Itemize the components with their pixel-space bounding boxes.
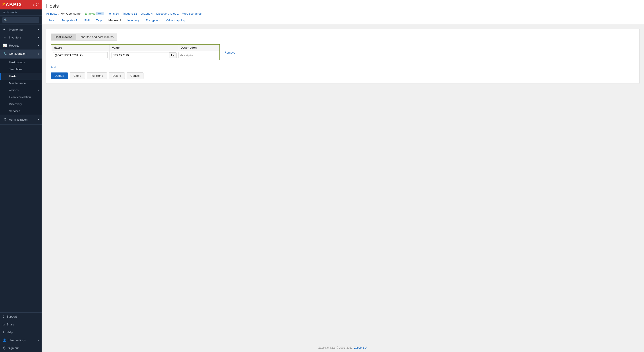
sidebar-item-help[interactable]: ? Help xyxy=(0,328,42,336)
user-settings-icon: 👤 xyxy=(3,338,6,342)
reports-icon: 📊 xyxy=(3,44,7,48)
monitoring-arrow: ▾ xyxy=(38,28,39,31)
tab-encryption[interactable]: Encryption xyxy=(142,17,162,24)
clone-button[interactable]: Clone xyxy=(70,73,85,79)
page-header: Hosts All hosts / My_Opensearch Enabled … xyxy=(42,0,644,24)
breadcrumb-row: All hosts / My_Opensearch Enabled ZBX It… xyxy=(46,12,640,15)
full-clone-button[interactable]: Full clone xyxy=(87,73,107,79)
action-buttons: Update Clone Full clone Delete Cancel xyxy=(51,73,635,79)
configuration-arrow: ▴ xyxy=(38,53,39,55)
main-nav: 👁 Monitoring ▾ ≡ Inventory ▾ 📊 Reports ▾… xyxy=(0,25,42,59)
value-type-button[interactable]: T ▾ xyxy=(169,53,176,58)
tab-inventory[interactable]: Inventory xyxy=(124,17,142,24)
instance-name: zabbix-redis xyxy=(0,10,42,16)
tab-tags[interactable]: Tags xyxy=(93,17,105,24)
discovery-rules-link[interactable]: Discovery rules 1 xyxy=(156,12,179,15)
value-input[interactable] xyxy=(112,52,169,58)
fullscreen-icon[interactable]: ⛶ xyxy=(36,3,39,7)
share-icon: □ xyxy=(3,323,4,326)
sidebar-item-user-settings[interactable]: 👤 User settings ▾ xyxy=(0,336,42,344)
content-area: Host macros Inherited and host macros Ma… xyxy=(42,24,644,343)
sidebar-item-share[interactable]: □ Share xyxy=(0,320,42,328)
macro-table: Macro Value Description T ▾ xyxy=(51,44,220,60)
tab-ipmi[interactable]: IPMI xyxy=(80,17,93,24)
sidebar-item-templates[interactable]: Templates xyxy=(0,66,42,73)
update-button[interactable]: Update xyxy=(51,73,68,79)
sidebar-item-support[interactable]: ? Support xyxy=(0,313,42,320)
breadcrumb-current-host: My_Opensearch xyxy=(61,12,82,15)
collapse-icon[interactable]: « xyxy=(32,3,34,7)
sign-out-icon: ⏻ xyxy=(3,346,6,350)
macros-card: Host macros Inherited and host macros Ma… xyxy=(46,29,640,84)
inventory-icon: ≡ xyxy=(3,36,7,39)
administration-icon: ⚙ xyxy=(3,118,7,122)
tab-macros[interactable]: Macros 1 xyxy=(105,17,124,24)
monitoring-icon: 👁 xyxy=(3,28,7,32)
macro-cell-description xyxy=(178,53,220,58)
remove-link[interactable]: Remove xyxy=(224,51,235,54)
sidebar-item-discovery[interactable]: Discovery xyxy=(0,101,42,108)
search-input[interactable] xyxy=(2,17,39,23)
macro-col-header-value: Value xyxy=(110,45,178,51)
items-link[interactable]: Items 24 xyxy=(108,12,119,15)
delete-button[interactable]: Delete xyxy=(109,73,125,79)
macro-tab-inherited[interactable]: Inherited and host macros xyxy=(76,34,118,41)
sidebar-controls: « ⛶ xyxy=(32,3,39,7)
macro-tab-host[interactable]: Host macros xyxy=(51,34,76,41)
configuration-icon: 🔧 xyxy=(3,52,7,56)
sidebar-item-configuration[interactable]: 🔧 Configuration ▴ xyxy=(0,50,42,58)
web-scenarios-link[interactable]: Web scenarios xyxy=(182,12,202,15)
macro-col-header-macro: Macro xyxy=(51,45,110,51)
administration-label: Administration xyxy=(9,118,28,121)
tab-host[interactable]: Host xyxy=(46,17,58,24)
search-box[interactable]: 🔍 xyxy=(0,16,42,25)
sidebar-item-administration[interactable]: ⚙ Administration ▾ xyxy=(0,116,42,124)
description-input[interactable] xyxy=(178,53,220,58)
footer: Zabbix 5.4.12. © 2001–2022, Zabbix SIA xyxy=(42,343,644,352)
sidebar-item-monitoring[interactable]: 👁 Monitoring ▾ xyxy=(0,26,42,34)
sidebar-item-inventory[interactable]: ≡ Inventory ▾ xyxy=(0,34,42,42)
sidebar-item-actions[interactable]: Actions› xyxy=(0,87,42,94)
user-settings-arrow: ▾ xyxy=(38,339,39,341)
macro-tabs: Host macros Inherited and host macros xyxy=(51,34,635,41)
macro-cell-value: T ▾ xyxy=(110,51,178,60)
macro-input[interactable] xyxy=(53,52,108,58)
main-content: Hosts All hosts / My_Opensearch Enabled … xyxy=(42,0,644,352)
macro-cell-macro xyxy=(51,51,110,60)
footer-link[interactable]: Zabbix SIA xyxy=(354,346,367,349)
add-link[interactable]: Add xyxy=(51,66,56,69)
sidebar-item-maintenance[interactable]: Maintenance xyxy=(0,80,42,87)
sidebar-header: ZABBIX « ⛶ xyxy=(0,0,42,10)
sidebar-item-services[interactable]: Services xyxy=(0,108,42,115)
admin-nav: ⚙ Administration ▾ xyxy=(0,115,42,125)
inventory-arrow: ▾ xyxy=(38,36,39,39)
zabbix-logo: ZABBIX xyxy=(2,2,22,8)
help-icon: ? xyxy=(3,331,4,334)
sidebar-item-event-correlation[interactable]: Event correlation xyxy=(0,94,42,101)
sidebar-item-hosts[interactable]: Hosts xyxy=(0,73,42,80)
sidebar-item-sign-out[interactable]: ⏻ Sign out xyxy=(0,344,42,352)
breadcrumb-separator: / xyxy=(58,12,59,15)
zbx-badge: ZBX xyxy=(96,12,104,15)
table-row: T ▾ xyxy=(51,51,220,60)
sidebar-item-reports[interactable]: 📊 Reports ▾ xyxy=(0,42,42,50)
reports-arrow: ▾ xyxy=(38,44,39,47)
page-title: Hosts xyxy=(46,3,640,9)
sidebar-item-host-groups[interactable]: Host groups xyxy=(0,59,42,66)
inventory-label: Inventory xyxy=(9,36,21,39)
sidebar-bottom: ? Support □ Share ? Help 👤 User settings… xyxy=(0,312,42,352)
enabled-badge: Enabled xyxy=(85,12,96,15)
macro-col-header-description: Description xyxy=(178,45,220,51)
sub-tabs: Host Templates 1 IPMI Tags Macros 1 Inve… xyxy=(46,17,640,24)
graphs-link[interactable]: Graphs 4 xyxy=(140,12,152,15)
cancel-button[interactable]: Cancel xyxy=(126,73,143,79)
monitoring-label: Monitoring xyxy=(9,28,23,31)
tab-value-mapping[interactable]: Value mapping xyxy=(162,17,188,24)
value-type-arrow: ▾ xyxy=(173,54,174,57)
tab-templates[interactable]: Templates 1 xyxy=(58,17,80,24)
breadcrumb-all-hosts[interactable]: All hosts xyxy=(46,12,57,15)
support-icon: ? xyxy=(3,315,4,318)
configuration-label: Configuration xyxy=(9,52,26,55)
triggers-link[interactable]: Triggers 12 xyxy=(122,12,137,15)
administration-arrow: ▾ xyxy=(38,118,39,121)
